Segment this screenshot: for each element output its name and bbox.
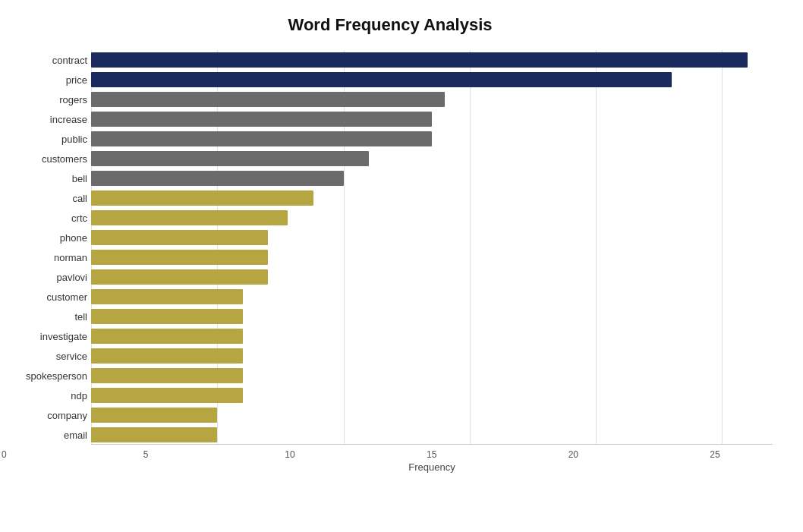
bar (91, 52, 748, 68)
bar (91, 348, 243, 364)
x-axis-label: Frequency (8, 461, 773, 473)
bar (91, 427, 217, 442)
x-tick: 0 (2, 449, 7, 460)
bar-label: investigate (4, 331, 87, 342)
bar (91, 368, 243, 383)
bar-label: email (4, 430, 87, 441)
bar-label: service (4, 351, 87, 362)
bar (91, 210, 288, 225)
bar-label: customers (4, 153, 87, 165)
bar (91, 131, 432, 146)
bar-label: phone (4, 232, 87, 244)
bar (91, 250, 268, 265)
bar-row: phone (91, 228, 773, 247)
bar-label: bell (4, 173, 87, 184)
bar (91, 289, 243, 304)
bar (91, 151, 369, 166)
x-axis-line (91, 444, 773, 445)
bar-label: spokesperson (4, 370, 87, 382)
bar-row: crtc (91, 208, 773, 228)
x-tick: 10 (285, 449, 294, 460)
bar-label: tell (4, 311, 87, 323)
chart-area: contractpricerogersincreasepubliccustome… (8, 50, 773, 468)
bar (91, 171, 344, 186)
bar-row: bell (91, 168, 773, 188)
bar (91, 309, 243, 324)
chart-title: Word Frequency Analysis (8, 15, 773, 35)
bar-row: tell (91, 307, 773, 326)
x-tick: 20 (568, 449, 578, 460)
bar-row: email (91, 425, 773, 445)
bar-row: investigate (91, 326, 773, 346)
bar (91, 112, 432, 127)
bar-row: norman (91, 247, 773, 267)
bar (91, 190, 313, 206)
bar (91, 72, 672, 87)
bar-row: company (91, 405, 773, 425)
bar-label: crtc (4, 212, 87, 224)
bar-label: norman (4, 252, 87, 263)
bar (91, 269, 268, 285)
bar-label: public (4, 134, 87, 145)
x-tick: 15 (427, 449, 436, 460)
chart-container: Word Frequency Analysis contractpricerog… (0, 0, 803, 532)
bars-section: contractpricerogersincreasepubliccustome… (8, 50, 773, 445)
bar-label: rogers (4, 94, 87, 105)
bar-label: increase (4, 114, 87, 125)
bar (91, 388, 243, 403)
bar-row: customer (91, 287, 773, 307)
bar (91, 408, 217, 423)
bar-row: increase (91, 109, 773, 129)
bar-row: service (91, 346, 773, 366)
bar-row: spokesperson (91, 366, 773, 386)
bar (91, 92, 445, 107)
bar-row: contract (91, 50, 773, 70)
bar-label: call (4, 193, 87, 204)
bar-label: price (4, 74, 87, 86)
bar-row: public (91, 129, 773, 149)
x-tick: 5 (143, 449, 149, 460)
bar-row: price (91, 70, 773, 90)
bar-label: contract (4, 55, 87, 66)
bar-row: pavlovi (91, 267, 773, 287)
bar-row: customers (91, 149, 773, 168)
bar-row: ndp (91, 386, 773, 405)
bar (91, 329, 243, 344)
bar (91, 230, 268, 245)
bar-label: ndp (4, 390, 87, 401)
bar-label: pavlovi (4, 272, 87, 283)
bar-row: rogers (91, 90, 773, 109)
x-tick: 25 (710, 449, 720, 460)
bar-label: company (4, 410, 87, 421)
bar-row: call (91, 188, 773, 208)
bar-label: customer (4, 291, 87, 303)
